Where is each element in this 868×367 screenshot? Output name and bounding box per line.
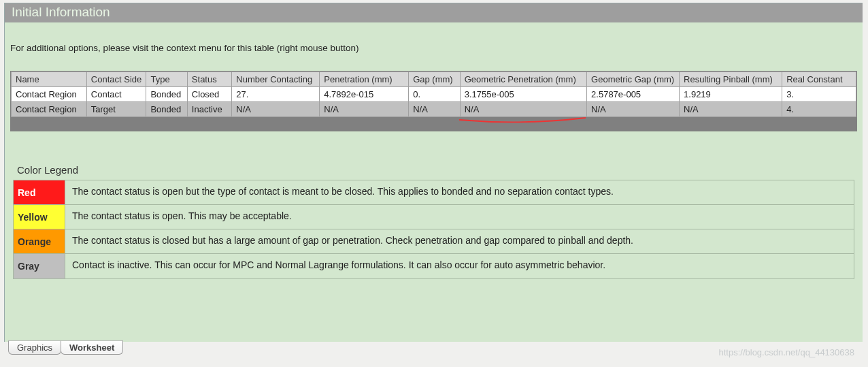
legend-row-orange: Orange The contact status is closed but …	[14, 229, 854, 254]
color-legend: Red The contact status is open but the t…	[13, 180, 854, 279]
col-status[interactable]: Status	[187, 72, 231, 87]
legend-text-gray: Contact is inactive. This can occur for …	[65, 254, 854, 278]
col-gap[interactable]: Gap (mm)	[409, 72, 461, 87]
cell-pin[interactable]: N/A	[680, 102, 782, 117]
cell-gpen[interactable]: N/A	[460, 102, 586, 117]
col-real[interactable]: Real Constant	[782, 72, 856, 87]
table-row[interactable]: Contact Region Contact Bonded Closed 27.…	[12, 87, 856, 102]
legend-title: Color Legend	[17, 164, 854, 176]
cell-gap[interactable]: N/A	[409, 102, 461, 117]
bottom-tab-strip: Graphics Worksheet	[8, 338, 122, 355]
col-numc[interactable]: Number Contacting	[232, 72, 320, 87]
cell-status[interactable]: Closed	[187, 87, 231, 102]
worksheet-pane: Initial Information For additional optio…	[4, 3, 863, 342]
cell-side[interactable]: Target	[86, 102, 146, 117]
legend-text-yellow: The contact status is open. This may be …	[65, 205, 854, 229]
panel-title: Initial Information	[12, 5, 110, 19]
contact-table-container: Name Contact Side Type Status Number Con…	[10, 71, 857, 131]
legend-swatch-red: Red	[14, 180, 65, 204]
col-pen[interactable]: Penetration (mm)	[320, 72, 409, 87]
legend-row-yellow: Yellow The contact status is open. This …	[14, 205, 854, 229]
cell-numc[interactable]: N/A	[232, 102, 320, 117]
cell-ggap[interactable]: N/A	[587, 102, 680, 117]
panel-header: Initial Information	[5, 3, 863, 22]
tab-graphics[interactable]: Graphics	[8, 340, 61, 355]
cell-status[interactable]: Inactive	[187, 102, 231, 117]
tab-worksheet[interactable]: Worksheet	[61, 340, 123, 355]
legend-text-red: The contact status is open but the type …	[65, 180, 854, 204]
legend-swatch-gray: Gray	[14, 254, 65, 278]
cell-type[interactable]: Bonded	[146, 87, 187, 102]
cell-real[interactable]: 3.	[782, 87, 856, 102]
watermark: https://blog.csdn.net/qq_44130638	[719, 347, 855, 357]
cell-pen[interactable]: 4.7892e-015	[320, 87, 409, 102]
cell-ggap[interactable]: 2.5787e-005	[587, 87, 680, 102]
legend-text-orange: The contact status is closed but has a l…	[65, 229, 854, 253]
cell-numc[interactable]: 27.	[232, 87, 320, 102]
col-gpen[interactable]: Geometric Penetration (mm)	[460, 72, 586, 87]
context-menu-hint: For additional options, please visit the…	[5, 22, 863, 71]
col-name[interactable]: Name	[12, 72, 87, 87]
cell-type[interactable]: Bonded	[146, 102, 187, 117]
cell-gpen[interactable]: 3.1755e-005	[460, 87, 586, 102]
legend-row-red: Red The contact status is open but the t…	[14, 180, 854, 205]
table-row[interactable]: Contact Region Target Bonded Inactive N/…	[12, 102, 856, 117]
cell-side[interactable]: Contact	[86, 87, 146, 102]
table-header-row: Name Contact Side Type Status Number Con…	[12, 72, 856, 87]
col-ggap[interactable]: Geometric Gap (mm)	[587, 72, 680, 87]
cell-pin[interactable]: 1.9219	[680, 87, 782, 102]
legend-row-gray: Gray Contact is inactive. This can occur…	[14, 254, 854, 278]
col-pin[interactable]: Resulting Pinball (mm)	[680, 72, 782, 87]
legend-swatch-orange: Orange	[14, 229, 65, 253]
legend-swatch-yellow: Yellow	[14, 205, 65, 229]
cell-real[interactable]: 4.	[782, 102, 856, 117]
cell-name[interactable]: Contact Region	[12, 87, 87, 102]
cell-name[interactable]: Contact Region	[12, 102, 87, 117]
cell-pen[interactable]: N/A	[320, 102, 409, 117]
col-type[interactable]: Type	[146, 72, 187, 87]
cell-gap[interactable]: 0.	[409, 87, 461, 102]
contact-table[interactable]: Name Contact Side Type Status Number Con…	[11, 71, 856, 117]
col-side[interactable]: Contact Side	[86, 72, 146, 87]
